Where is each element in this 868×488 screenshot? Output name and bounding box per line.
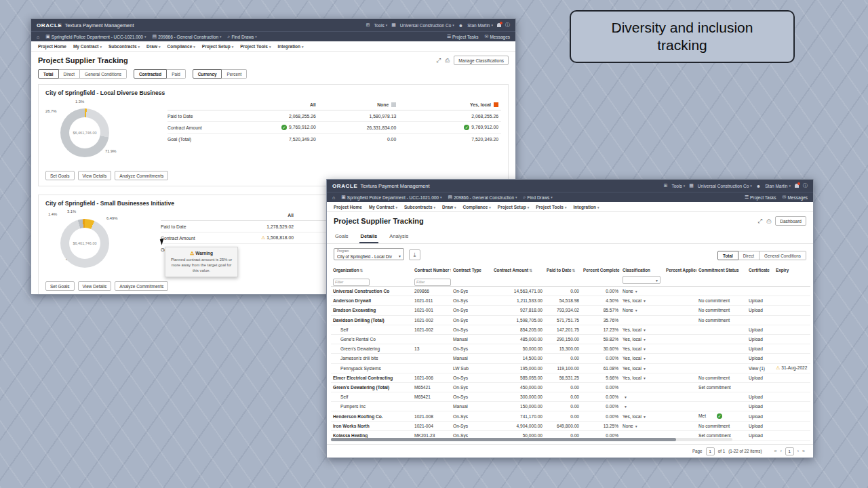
col-contract-amount[interactable]: Contract Amount⇅ — [492, 266, 545, 274]
sort-icon[interactable]: ⇅ — [572, 268, 575, 272]
classification-select[interactable]: ▼ — [620, 402, 664, 411]
menu-item-draw[interactable]: Draw▾ — [146, 44, 160, 49]
organization-link[interactable]: Pennypack Systems — [331, 363, 412, 373]
menu-item-subcontracts[interactable]: Subcontracts▾ — [108, 44, 140, 49]
certificate-link[interactable]: Upload — [747, 373, 774, 382]
organization-link[interactable]: Pumpers Inc — [331, 402, 412, 411]
organization-link[interactable]: Green's Dewatering — [331, 344, 412, 354]
department-selector[interactable]: ▣Springfield Police Department - UCC-102… — [45, 34, 146, 39]
department-selector[interactable]: ▣Springfield Police Department - UCC-102… — [341, 195, 441, 200]
classification-select[interactable]: None▼ — [620, 287, 664, 296]
expand-icon[interactable]: ⤢ — [758, 218, 763, 225]
view-details-button[interactable]: View Details — [78, 281, 112, 291]
toggle-total[interactable]: Total — [717, 251, 738, 260]
program-select[interactable]: Program City of Springfield - Local Div … — [334, 248, 404, 260]
previous-page-icon[interactable]: ‹ — [780, 449, 781, 453]
set-goals-button[interactable]: Set Goals — [45, 171, 75, 180]
tab-goals[interactable]: Goals — [334, 231, 350, 243]
classification-select[interactable]: Yes, local▼ — [620, 363, 664, 373]
menu-item-my-contract[interactable]: My Contract▾ — [73, 44, 102, 49]
organization-link[interactable]: Gene's Rental Co — [331, 334, 412, 344]
menu-item-compliance[interactable]: Compliance▾ — [167, 44, 195, 49]
organization-link[interactable]: Iron Works North — [331, 421, 412, 430]
organization-link[interactable]: Elmer Electrical Contracting — [331, 373, 412, 382]
project-tasks-link[interactable]: ☰Project Tasks — [745, 195, 776, 200]
toggle-total[interactable]: Total — [38, 69, 59, 79]
col-contract-number[interactable]: Contract Number⇅ — [412, 266, 451, 274]
user-menu[interactable]: Stan Martin▾ — [765, 184, 791, 188]
scrollbar-thumb[interactable] — [331, 438, 676, 441]
toggle-general-conditions[interactable]: General Conditions — [760, 251, 806, 260]
col-percent-complete[interactable]: Percent Complete⇅ — [581, 266, 620, 274]
classification-select[interactable]: ▼ — [620, 392, 664, 402]
menu-item-integration[interactable]: Integration▾ — [277, 44, 303, 49]
analyze-commitments-button[interactable]: Analyze Commitments — [115, 281, 168, 291]
menu-item-project-home[interactable]: Project Home — [38, 44, 66, 49]
help-icon[interactable]: ⓘ — [505, 22, 510, 28]
notifications-bell-icon[interactable] — [795, 184, 799, 188]
classification-select[interactable]: None▼ — [620, 421, 664, 430]
print-icon[interactable]: ⎙ — [445, 57, 450, 64]
view-details-button[interactable]: View Details — [78, 171, 112, 180]
toggle-currency[interactable]: Currency — [193, 69, 222, 79]
help-icon[interactable]: ⓘ — [803, 182, 808, 189]
certificate-link[interactable]: Upload — [747, 421, 774, 430]
classification-select[interactable]: Yes, local▼ — [620, 411, 664, 421]
menu-item-project-setup[interactable]: Project Setup▾ — [202, 44, 233, 49]
classification-select[interactable]: Yes, local▼ — [620, 334, 664, 344]
apps-icon[interactable]: ⊞ — [366, 22, 370, 28]
tab-details[interactable]: Details — [359, 231, 379, 243]
menu-item-my-contract[interactable]: My Contract▾ — [369, 205, 397, 209]
certificate-link[interactable]: Upload — [747, 392, 774, 402]
organization-link[interactable]: Universal Construction Co — [331, 287, 412, 296]
certificate-link[interactable]: Upload — [747, 411, 774, 421]
tools-menu[interactable]: Tools▾ — [672, 184, 686, 188]
menu-item-project-home[interactable]: Project Home — [334, 205, 362, 209]
last-page-icon[interactable]: » — [802, 449, 805, 453]
menu-item-project-setup[interactable]: Project Setup▾ — [498, 205, 529, 209]
print-icon[interactable]: ⎙ — [766, 218, 771, 225]
sort-icon[interactable]: ⇅ — [529, 268, 532, 272]
menu-item-draw[interactable]: Draw▾ — [442, 205, 456, 209]
tools-menu[interactable]: Tools▾ — [374, 23, 388, 28]
certificate-link[interactable]: Upload — [747, 325, 774, 334]
menu-item-project-tools[interactable]: Project Tools▾ — [536, 205, 566, 209]
menu-item-project-tools[interactable]: Project Tools▾ — [240, 44, 271, 49]
company-menu[interactable]: Universal Construction Co▾ — [400, 23, 454, 28]
horizontal-scrollbar[interactable] — [331, 438, 732, 441]
current-page-button[interactable]: 1 — [785, 447, 794, 455]
organization-link[interactable]: Self — [331, 325, 412, 334]
classification-select[interactable]: Yes, local▼ — [620, 373, 664, 382]
certificate-link[interactable]: Upload — [747, 334, 774, 344]
certificate-link[interactable]: View (1) — [747, 363, 774, 373]
first-page-icon[interactable]: « — [774, 449, 777, 453]
certificate-link[interactable]: Upload — [747, 344, 774, 354]
organization-link[interactable]: Green's Dewatering (Total) — [331, 382, 412, 392]
toggle-general-conditions[interactable]: General Conditions — [80, 69, 127, 79]
classification-select[interactable]: None▼ — [620, 306, 664, 315]
menu-item-subcontracts[interactable]: Subcontracts▾ — [404, 205, 435, 209]
expand-icon[interactable]: ⤢ — [437, 57, 441, 64]
certificate-link[interactable]: Upload — [747, 296, 774, 306]
dashboard-button[interactable]: Dashboard — [775, 216, 806, 226]
project-selector[interactable]: ▤209866 - General Construction▾ — [153, 34, 222, 39]
organization-link[interactable]: Henderson Roofing Co. — [331, 411, 412, 421]
sort-icon[interactable]: ⇅ — [359, 268, 363, 272]
organization-link[interactable]: Self — [331, 392, 412, 402]
toggle-paid[interactable]: Paid — [167, 69, 186, 79]
page-number-input[interactable]: 1 — [706, 447, 715, 455]
project-selector[interactable]: ▤209866 - General Construction▾ — [448, 195, 517, 200]
tab-analysis[interactable]: Analysis — [388, 231, 410, 243]
classification-select[interactable]: Yes, local▼ — [620, 296, 664, 306]
analyze-commitments-button[interactable]: Analyze Commitments — [115, 171, 168, 180]
certificate-link[interactable]: Upload — [747, 354, 774, 363]
apps-icon[interactable]: ⊞ — [664, 183, 668, 188]
sort-icon[interactable]: ⇅ — [450, 268, 451, 272]
classification-filter-select[interactable]: ▼ — [623, 276, 660, 284]
classification-select[interactable]: Yes, local▼ — [620, 325, 664, 334]
organization-filter-input[interactable] — [333, 279, 370, 286]
col-paid-to-date[interactable]: Paid to Date⇅ — [545, 266, 581, 274]
certificate-link[interactable]: Upload — [747, 430, 774, 440]
project-tasks-link[interactable]: ☰Project Tasks — [447, 34, 479, 39]
goal-warning-icon[interactable]: ⚠ — [261, 235, 265, 240]
